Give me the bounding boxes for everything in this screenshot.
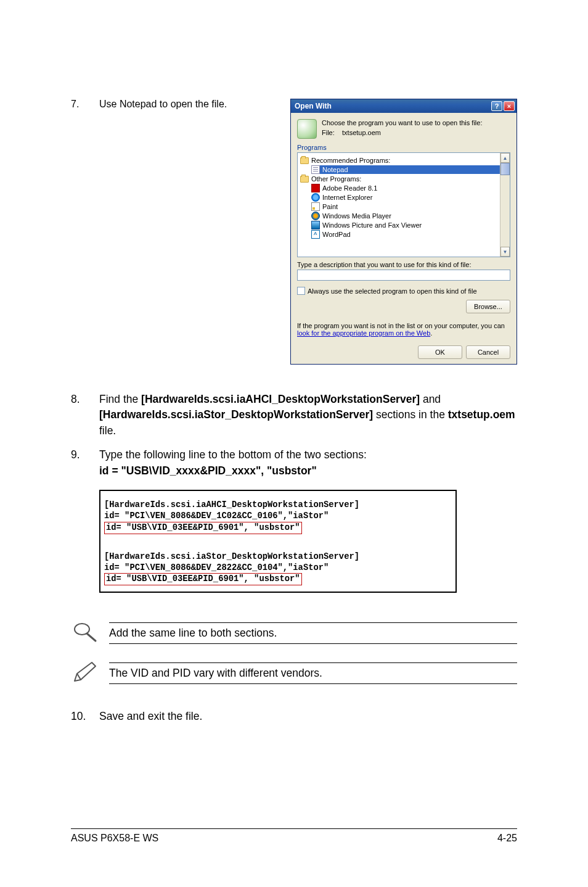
- code-line: id= "PCI\VEN_8086&DEV_2822&CC_0104","iaS…: [104, 563, 452, 574]
- internet-explorer-icon: [311, 193, 320, 202]
- windows-media-player-icon: [311, 212, 320, 220]
- browse-button[interactable]: Browse...: [466, 300, 510, 313]
- dialog-app-icon: [297, 119, 317, 139]
- loupe-icon: [71, 620, 98, 647]
- program-item-ie[interactable]: Internet Explorer: [311, 193, 507, 202]
- step-9-number: 9.: [71, 447, 99, 479]
- folder-icon: [300, 176, 309, 183]
- folder-icon: [300, 157, 309, 164]
- code-example-box: [HardwareIds.scsi.iaAHCI_DesktopWorkstat…: [99, 490, 457, 593]
- open-with-dialog: Open With ? × Choose the program you wan…: [290, 99, 517, 365]
- always-use-label: Always use the selected program to open …: [308, 287, 477, 295]
- program-item-paint[interactable]: Paint: [311, 202, 507, 211]
- notepad-icon: [311, 165, 320, 174]
- dialog-choose-text: Choose the program you want to use to op…: [322, 119, 483, 126]
- step-7-text: Use Notepad to open the file.: [99, 99, 290, 110]
- footer-left: ASUS P6X58-E WS: [71, 833, 158, 844]
- dialog-titlebar: Open With ? ×: [291, 99, 517, 113]
- program-item-wmp[interactable]: Windows Media Player: [311, 212, 507, 220]
- svg-line-1: [87, 633, 96, 641]
- code-highlight: id= "USB\VID_03EE&PID_6901", "usbstor": [104, 522, 302, 534]
- paint-icon: [311, 202, 320, 211]
- step-9-text: Type the following line to the bottom of…: [99, 447, 517, 479]
- dialog-file-name: txtsetup.oem: [342, 129, 381, 136]
- scrollbar[interactable]: ▲ ▼: [500, 153, 510, 257]
- code-highlight: id= "USB\VID_03EE&PID_6901", "usbstor": [104, 573, 302, 585]
- cancel-button[interactable]: Cancel: [466, 345, 510, 359]
- help-icon[interactable]: ?: [491, 101, 502, 111]
- note-1-text: Add the same line to both sections.: [109, 627, 517, 640]
- description-label: Type a description that you want to use …: [297, 261, 510, 268]
- step-8-number: 8.: [71, 392, 99, 439]
- group-recommended: Recommended Programs:: [300, 157, 507, 164]
- always-use-checkbox[interactable]: [297, 287, 305, 295]
- program-item-picviewer[interactable]: Windows Picture and Fax Viewer: [311, 221, 507, 229]
- program-item-wordpad[interactable]: WordPad: [311, 230, 507, 239]
- web-lookup-link[interactable]: look for the appropriate program on the …: [297, 329, 430, 337]
- group-other: Other Programs:: [300, 175, 507, 183]
- svg-line-2: [77, 674, 81, 680]
- description-input[interactable]: [297, 270, 510, 281]
- web-lookup-text: If the program you want is not in the li…: [297, 322, 510, 337]
- adobe-reader-icon: [311, 184, 320, 192]
- picture-viewer-icon: [311, 221, 320, 229]
- close-icon[interactable]: ×: [504, 101, 515, 111]
- step-8-text: Find the [HardwareIds.scsi.iaAHCI_Deskto…: [99, 392, 517, 439]
- program-item-notepad[interactable]: Notepad: [311, 165, 507, 174]
- programs-label: Programs: [297, 144, 510, 151]
- code-line: [HardwareIds.scsi.iaStor_DesktopWorkstat…: [104, 551, 452, 563]
- scroll-up-icon[interactable]: ▲: [500, 153, 510, 163]
- scroll-down-icon[interactable]: ▼: [500, 247, 510, 257]
- ok-button[interactable]: OK: [418, 345, 462, 359]
- pencil-icon: [71, 660, 98, 687]
- step-10-number: 10.: [71, 709, 99, 724]
- code-line: [HardwareIds.scsi.iaAHCI_DesktopWorkstat…: [104, 500, 452, 511]
- code-line: id= "PCI\VEN_8086&DEV_1C02&CC_0106","iaS…: [104, 511, 452, 522]
- wordpad-icon: [311, 230, 320, 239]
- dialog-file-label: File:: [322, 129, 335, 136]
- programs-list[interactable]: Recommended Programs: Notepad Other Prog…: [297, 152, 510, 257]
- note-2-text: The VID and PID vary with different vend…: [109, 667, 517, 680]
- step-7-number: 7.: [71, 99, 99, 110]
- footer-right: 4-25: [497, 833, 517, 844]
- scroll-thumb[interactable]: [500, 163, 510, 175]
- step-10-text: Save and exit the file.: [99, 709, 517, 724]
- program-item-adobe[interactable]: Adobe Reader 8.1: [311, 184, 507, 192]
- dialog-title: Open With: [295, 102, 332, 110]
